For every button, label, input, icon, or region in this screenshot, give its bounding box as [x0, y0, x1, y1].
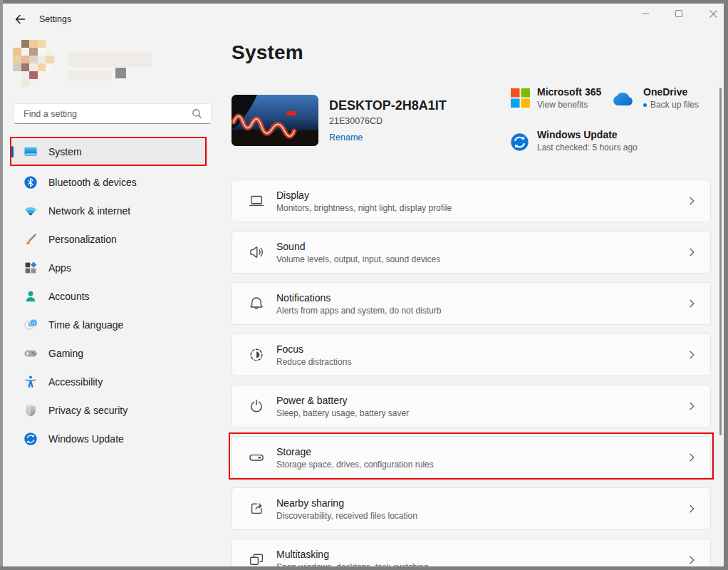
accounts-icon — [24, 289, 38, 304]
avatar-pixel — [46, 48, 54, 56]
lenovo-logo — [286, 111, 296, 115]
row-text: FocusReduce distractions — [276, 343, 686, 367]
row-subtitle: Discoverability, received files location — [276, 511, 686, 521]
avatar-pixel — [46, 56, 54, 63]
close-icon — [709, 9, 718, 19]
sidebar-item-privacy-security[interactable]: Privacy & security — [11, 398, 208, 423]
sidebar-item-accessibility[interactable]: Accessibility — [11, 369, 208, 395]
row-text: Nearby sharingDiscoverability, received … — [276, 497, 686, 521]
avatar-pixel — [29, 40, 38, 48]
onedrive-card[interactable]: OneDrive Back up files — [643, 86, 699, 110]
sidebar-item-time-language[interactable]: Time & language — [11, 312, 208, 338]
storage-icon — [248, 449, 265, 466]
page-title: System — [232, 41, 303, 64]
avatar-pixel — [38, 71, 46, 79]
row-title: Focus — [276, 343, 686, 355]
settings-row-multitasking[interactable]: MultitaskingSnap windows, desktops, task… — [232, 539, 711, 570]
sidebar-item-label: Accessibility — [48, 376, 103, 388]
row-subtitle: Reduce distractions — [276, 357, 686, 367]
avatar-pixel — [21, 48, 30, 56]
sidebar-item-windows-update[interactable]: Windows Update — [11, 426, 208, 452]
scrollbar-thumb[interactable] — [719, 88, 722, 435]
selected-indicator — [11, 146, 14, 157]
row-subtitle: Storage space, drives, configuration rul… — [276, 460, 686, 470]
chevron-right-icon — [686, 349, 697, 361]
row-title: Sound — [276, 241, 686, 252]
gaming-icon — [24, 346, 38, 361]
sidebar-item-label: Gaming — [48, 348, 83, 359]
window-border-right — [724, 0, 728, 570]
user-avatar[interactable] — [13, 40, 54, 87]
avatar-pixel — [13, 48, 21, 56]
microsoft-365-card[interactable]: Microsoft 365 View benefits — [537, 86, 601, 110]
onedrive-icon — [613, 90, 638, 107]
sidebar-item-bluetooth-devices[interactable]: Bluetooth & devices — [11, 170, 208, 195]
windows-update-icon — [24, 432, 38, 446]
avatar-pixel — [21, 71, 30, 79]
avatar-pixel — [13, 63, 21, 71]
focus-icon — [248, 346, 265, 363]
settings-row-notifications[interactable]: NotificationsAlerts from apps and system… — [232, 282, 711, 325]
settings-row-display[interactable]: DisplayMonitors, brightness, night light… — [232, 180, 711, 222]
settings-row-power-battery[interactable]: Power & batterySleep, battery usage, bat… — [232, 385, 711, 428]
sidebar-item-label: Windows Update — [48, 433, 124, 445]
sidebar-item-label: Personalization — [48, 234, 117, 245]
windows-update-card[interactable]: Windows Update Last checked: 5 hours ago — [537, 129, 638, 152]
avatar-pixel — [46, 40, 54, 48]
chevron-right-icon — [686, 298, 697, 309]
row-text: NotificationsAlerts from apps and system… — [276, 292, 686, 316]
maximize-button[interactable] — [665, 4, 693, 23]
back-button[interactable] — [12, 11, 28, 27]
network-icon — [24, 204, 38, 218]
search-icon — [192, 108, 202, 119]
avatar-pixel — [29, 48, 38, 56]
avatar-pixel — [38, 40, 46, 48]
row-title: Display — [276, 190, 686, 201]
sound-icon — [248, 244, 265, 261]
personalization-icon — [24, 232, 38, 247]
sidebar-item-accounts[interactable]: Accounts — [11, 284, 208, 309]
rename-link[interactable]: Rename — [329, 133, 363, 142]
device-thumbnail — [232, 95, 318, 146]
close-button[interactable] — [699, 4, 727, 23]
onedrive-title: OneDrive — [643, 86, 699, 98]
avatar-pixel — [13, 56, 21, 63]
row-title: Power & battery — [276, 395, 686, 406]
avatar-pixel — [29, 63, 38, 71]
sidebar-item-label: Network & internet — [48, 205, 130, 217]
avatar-pixel — [46, 63, 54, 71]
minimize-button[interactable] — [631, 4, 660, 23]
device-model: 21E30076CD — [329, 116, 383, 126]
sidebar-item-apps[interactable]: Apps — [11, 255, 208, 281]
settings-row-sound[interactable]: SoundVolume levels, output, input, sound… — [232, 231, 711, 274]
search-box[interactable] — [14, 103, 212, 124]
sidebar-item-label: Bluetooth & devices — [48, 177, 137, 188]
windows-update-icon — [510, 133, 529, 152]
sidebar-item-gaming[interactable]: Gaming — [11, 341, 208, 366]
search-input[interactable] — [24, 109, 192, 119]
window-title: Settings — [39, 14, 71, 24]
avatar-pixel — [21, 79, 30, 87]
settings-row-nearby-sharing[interactable]: Nearby sharingDiscoverability, received … — [232, 487, 711, 530]
sidebar-item-personalization[interactable]: Personalization — [11, 227, 208, 252]
back-arrow-icon — [14, 14, 26, 25]
sidebar-item-network-internet[interactable]: Network & internet — [11, 198, 208, 224]
avatar-pixel — [38, 79, 46, 87]
window-border-left — [0, 0, 3, 570]
settings-row-storage[interactable]: StorageStorage space, drives, configurat… — [232, 436, 711, 479]
sidebar-item-system[interactable]: System — [11, 139, 208, 165]
row-subtitle: Monitors, brightness, night light, displ… — [276, 203, 686, 213]
avatar-pixel — [21, 40, 30, 48]
settings-row-focus[interactable]: FocusReduce distractions — [232, 333, 711, 376]
row-title: Notifications — [276, 292, 686, 304]
avatar-pixel — [38, 63, 46, 71]
avatar-pixel — [29, 71, 38, 79]
avatar-pixel — [46, 71, 54, 79]
microsoft-365-logo — [511, 88, 530, 108]
avatar-pixel — [29, 79, 38, 87]
system-icon — [24, 145, 38, 159]
avatar-pixel — [29, 56, 38, 63]
row-title: Multitasking — [276, 549, 686, 560]
avatar-pixel — [13, 79, 21, 87]
microsoft-365-subtitle: View benefits — [537, 100, 601, 110]
